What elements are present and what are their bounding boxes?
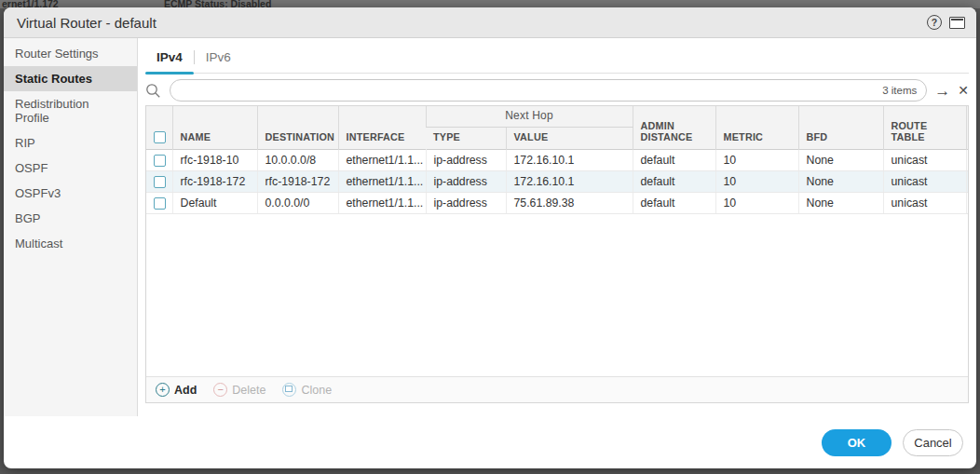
sidebar-item-redistribution-profile[interactable]: Redistribution Profile: [4, 91, 137, 130]
column-header-value[interactable]: VALUE: [506, 128, 633, 150]
column-header-interface[interactable]: INTERFACE: [338, 106, 426, 150]
clone-icon: [282, 383, 296, 397]
cell-destination: 10.0.0.0/8: [257, 150, 338, 171]
column-header-filler: [966, 106, 968, 150]
table-row[interactable]: rfc-1918-172 rfc-1918-172 ethernet1/1.1.…: [146, 171, 968, 193]
search-field-container: 3 items: [170, 79, 927, 102]
cell-bfd: None: [798, 171, 883, 193]
cell-type: ip-address: [426, 171, 506, 193]
sidebar-item-bgp[interactable]: BGP: [4, 206, 137, 231]
delete-icon: −: [213, 383, 227, 397]
tab-bar: IPv4 IPv6: [145, 38, 969, 74]
cell-route-table: unicast: [883, 150, 966, 171]
row-checkbox[interactable]: [154, 155, 166, 167]
clear-filter-icon[interactable]: ✕: [958, 84, 969, 97]
column-header-route-table[interactable]: ROUTE TABLE: [883, 106, 966, 150]
tab-ipv4[interactable]: IPv4: [145, 50, 194, 73]
help-icon[interactable]: ?: [927, 15, 942, 30]
search-icon[interactable]: [145, 83, 162, 99]
cell-destination: 0.0.0.0/0: [257, 193, 338, 214]
cell-filler: [966, 193, 968, 214]
footer-gap: [145, 403, 969, 416]
cell-admin-distance: default: [633, 193, 715, 214]
table-row[interactable]: Default 0.0.0.0/0 ethernet1/1.1... ip-ad…: [146, 193, 968, 214]
table-row[interactable]: rfc-1918-10 10.0.0.0/8 ethernet1/1.1... …: [146, 150, 968, 171]
sidebar: Router Settings Static Routes Redistribu…: [4, 38, 138, 416]
search-input[interactable]: [180, 84, 882, 97]
dialog-header: Virtual Router - default ?: [4, 7, 976, 38]
cell-admin-distance: default: [633, 150, 715, 171]
dialog-title: Virtual Router - default: [17, 15, 927, 31]
cell-value: 75.61.89.38: [506, 193, 633, 214]
static-routes-table-container: NAME DESTINATION INTERFACE Next Hop ADMI…: [145, 105, 969, 403]
column-header-name[interactable]: NAME: [172, 106, 257, 150]
row-checkbox[interactable]: [154, 176, 166, 188]
sidebar-item-ospfv3[interactable]: OSPFv3: [4, 181, 137, 206]
column-header-metric[interactable]: METRIC: [715, 106, 798, 150]
ok-button[interactable]: OK: [822, 429, 892, 456]
row-checkbox-cell: [146, 150, 172, 171]
window-icon[interactable]: [949, 17, 965, 29]
cell-interface: ethernet1/1.1...: [338, 193, 426, 214]
row-checkbox[interactable]: [154, 197, 166, 210]
delete-button[interactable]: − Delete: [213, 383, 265, 397]
select-all-header-cell: [146, 106, 172, 150]
cell-destination: rfc-1918-172: [257, 171, 338, 193]
clone-button-label: Clone: [301, 384, 332, 397]
column-header-destination[interactable]: DESTINATION: [257, 106, 338, 150]
column-header-type[interactable]: TYPE: [426, 128, 506, 150]
table-toolbar: + Add − Delete Clone: [146, 376, 968, 402]
cell-filler: [966, 171, 968, 193]
table-empty-area: [146, 214, 968, 376]
row-checkbox-cell: [146, 171, 172, 193]
sidebar-item-static-routes[interactable]: Static Routes: [4, 66, 137, 91]
cell-value: 172.16.10.1: [506, 150, 633, 171]
clone-button[interactable]: Clone: [282, 383, 332, 397]
cell-bfd: None: [798, 193, 883, 214]
cell-name: rfc-1918-10: [172, 150, 257, 171]
sidebar-item-multicast[interactable]: Multicast: [4, 231, 137, 256]
sidebar-item-router-settings[interactable]: Router Settings: [4, 41, 137, 66]
add-button[interactable]: + Add: [156, 383, 197, 397]
sidebar-item-ospf[interactable]: OSPF: [4, 156, 137, 181]
search-row: 3 items → ✕: [145, 74, 969, 105]
cell-interface: ethernet1/1.1...: [338, 171, 426, 193]
cell-bfd: None: [798, 150, 883, 171]
cell-name: Default: [172, 193, 257, 214]
tab-ipv6[interactable]: IPv6: [195, 50, 242, 73]
cell-admin-distance: default: [633, 171, 715, 193]
apply-filter-arrow-icon[interactable]: →: [934, 83, 950, 99]
cell-type: ip-address: [426, 150, 506, 171]
sidebar-item-rip[interactable]: RIP: [4, 130, 137, 156]
dialog-footer: OK Cancel: [4, 416, 976, 468]
column-header-bfd[interactable]: BFD: [798, 106, 883, 150]
cell-route-table: unicast: [883, 171, 966, 193]
cell-type: ip-address: [426, 193, 506, 214]
items-count-badge: 3 items: [882, 85, 917, 96]
virtual-router-dialog: Virtual Router - default ? Router Settin…: [4, 7, 976, 468]
column-group-next-hop: Next Hop: [426, 106, 633, 128]
add-icon: +: [156, 383, 170, 397]
row-checkbox-cell: [146, 193, 172, 214]
cell-route-table: unicast: [883, 193, 966, 214]
cancel-button[interactable]: Cancel: [903, 429, 963, 456]
cell-metric: 10: [715, 171, 798, 193]
static-routes-table: NAME DESTINATION INTERFACE Next Hop ADMI…: [146, 106, 968, 214]
select-all-checkbox[interactable]: [154, 131, 166, 143]
delete-button-label: Delete: [232, 384, 265, 397]
cell-filler: [966, 150, 968, 171]
cell-value: 172.16.10.1: [506, 171, 633, 193]
cell-interface: ethernet1/1.1...: [338, 150, 426, 171]
cell-name: rfc-1918-172: [172, 171, 257, 193]
add-button-label: Add: [174, 384, 197, 397]
cell-metric: 10: [715, 193, 798, 214]
column-header-admin-distance[interactable]: ADMIN DISTANCE: [633, 106, 715, 150]
cell-metric: 10: [715, 150, 798, 171]
